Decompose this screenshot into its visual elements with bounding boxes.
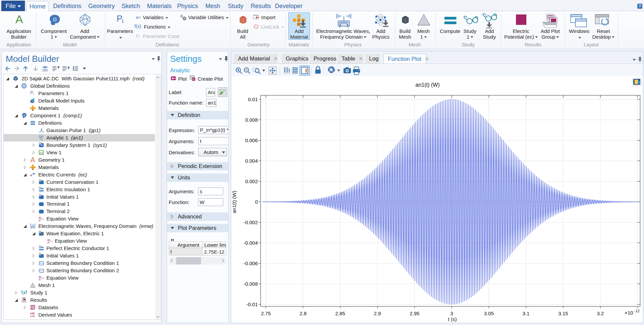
svg-text:0.008: 0.008 bbox=[245, 117, 258, 123]
svg-text:a=: a= bbox=[136, 15, 141, 19]
svg-text:0.002: 0.002 bbox=[245, 178, 258, 184]
svg-text:=f: =f bbox=[50, 240, 53, 243]
svg-text:3.1: 3.1 bbox=[523, 311, 530, 316]
svg-text:e-12: e-12 bbox=[30, 315, 35, 317]
svg-text:2.75: 2.75 bbox=[261, 311, 271, 316]
svg-text:au: au bbox=[39, 275, 41, 278]
svg-text:2.85: 2.85 bbox=[335, 311, 345, 316]
svg-text:-12: -12 bbox=[634, 309, 640, 313]
svg-text:f(x): f(x) bbox=[134, 24, 141, 29]
svg-text:P: P bbox=[30, 90, 33, 95]
svg-text:D: D bbox=[39, 194, 41, 196]
svg-text:au: au bbox=[47, 238, 50, 241]
svg-text:i: i bbox=[33, 92, 34, 96]
svg-text:3.15: 3.15 bbox=[558, 311, 568, 316]
svg-text:-0.002: -0.002 bbox=[243, 219, 258, 225]
svg-text:an1(t) (W): an1(t) (W) bbox=[232, 191, 237, 213]
svg-text:Ω: Ω bbox=[24, 114, 26, 117]
svg-text:2.95: 2.95 bbox=[410, 311, 419, 316]
svg-text:=f: =f bbox=[41, 277, 44, 280]
svg-text:at: at bbox=[39, 219, 41, 221]
svg-text:D: D bbox=[39, 143, 41, 145]
svg-text:=f: =f bbox=[41, 218, 44, 221]
svg-text:0.004: 0.004 bbox=[245, 158, 258, 164]
svg-text:-0.01: -0.01 bbox=[246, 301, 258, 307]
svg-text:D: D bbox=[39, 231, 41, 233]
svg-text:i: i bbox=[139, 35, 139, 39]
svg-text:0.006: 0.006 bbox=[245, 137, 258, 143]
svg-text:0: 0 bbox=[255, 199, 258, 205]
svg-text:at: at bbox=[39, 278, 41, 281]
svg-text:an1(t) (W): an1(t) (W) bbox=[415, 82, 440, 88]
svg-text:P: P bbox=[136, 34, 139, 39]
svg-text:3.2: 3.2 bbox=[597, 311, 604, 316]
svg-text:at: at bbox=[47, 241, 49, 244]
svg-text:A: A bbox=[15, 14, 23, 25]
svg-text:D: D bbox=[39, 187, 41, 189]
svg-text:i: i bbox=[122, 17, 123, 24]
svg-text:3.05: 3.05 bbox=[484, 311, 494, 316]
svg-text:D: D bbox=[39, 246, 41, 248]
svg-text:2.8: 2.8 bbox=[299, 311, 307, 316]
svg-text:au: au bbox=[39, 216, 41, 218]
svg-text:3: 3 bbox=[450, 311, 453, 316]
svg-text:×10: ×10 bbox=[625, 310, 633, 316]
svg-text:0.01: 0.01 bbox=[248, 96, 258, 102]
svg-text:t (s): t (s) bbox=[448, 316, 457, 322]
svg-text:2.9: 2.9 bbox=[374, 311, 381, 316]
svg-text:-0.006: -0.006 bbox=[243, 260, 258, 266]
svg-text:a: a bbox=[180, 13, 183, 18]
svg-text:-0.008: -0.008 bbox=[243, 281, 258, 287]
svg-text:Ω: Ω bbox=[53, 16, 56, 22]
svg-text:8.85: 8.85 bbox=[30, 312, 35, 315]
svg-text:D: D bbox=[39, 179, 41, 181]
svg-text:D: D bbox=[39, 253, 41, 255]
svg-text:-0.004: -0.004 bbox=[243, 240, 258, 246]
svg-text:P: P bbox=[117, 14, 122, 24]
